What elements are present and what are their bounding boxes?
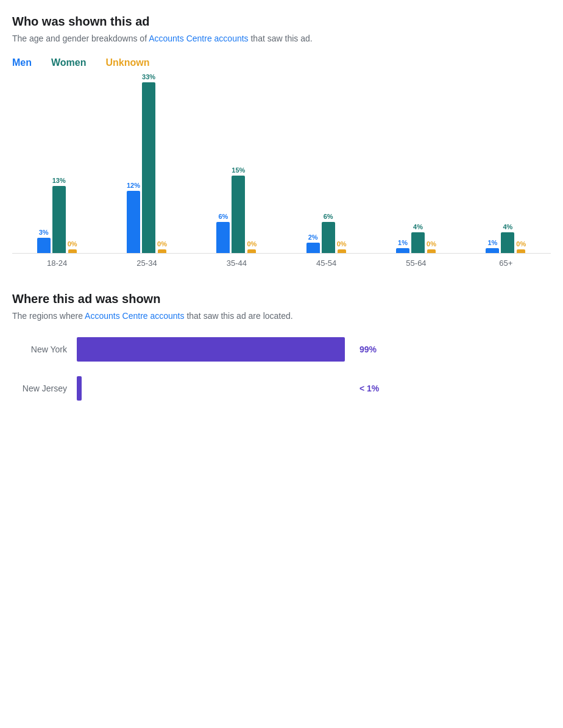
location-pct-label: < 1% xyxy=(359,384,379,393)
men-bar-wrapper: 12% xyxy=(127,182,140,253)
where-desc-after: that saw this ad are located. xyxy=(185,311,293,321)
desc-before: The age and gender breakdowns of xyxy=(12,34,149,43)
unknown-bar-label: 0% xyxy=(427,240,436,248)
age-label-35-44: 35-44 xyxy=(192,259,282,268)
men-bar-wrapper: 2% xyxy=(306,234,320,253)
where-section: Where this ad was shown The regions wher… xyxy=(12,292,551,401)
unknown-bar-label: 0% xyxy=(68,240,77,248)
legend-unknown[interactable]: Unknown xyxy=(105,57,149,68)
men-bar xyxy=(37,238,51,253)
men-bar-label: 1% xyxy=(487,239,497,246)
women-bar xyxy=(232,176,245,253)
women-bar-label: 6% xyxy=(324,213,333,220)
unknown-bar-label: 0% xyxy=(516,240,526,248)
age-label-25-34: 25-34 xyxy=(102,259,191,268)
unknown-bar xyxy=(68,249,77,253)
desc-after: that saw this ad. xyxy=(249,34,313,43)
unknown-bar-wrapper: 0% xyxy=(247,240,257,253)
unknown-bar xyxy=(247,249,256,253)
age-group-55-64: 1%4%0% xyxy=(371,83,461,253)
women-bar-wrapper: 13% xyxy=(52,177,66,253)
women-bar xyxy=(52,186,66,253)
location-row-0: New York99% xyxy=(12,337,551,362)
women-bar xyxy=(322,222,335,253)
unknown-bar-label: 0% xyxy=(247,240,257,248)
women-bar xyxy=(411,232,425,253)
men-bar-label: 3% xyxy=(39,229,49,236)
age-label-45-54: 45-54 xyxy=(282,259,371,268)
accounts-centre-link-2[interactable]: Accounts Centre accounts xyxy=(85,311,184,321)
accounts-centre-link-1[interactable]: Accounts Centre accounts xyxy=(149,34,248,43)
men-bar xyxy=(486,248,499,253)
women-bar-wrapper: 4% xyxy=(411,223,425,253)
men-bar-wrapper: 1% xyxy=(486,239,499,253)
who-section: Who was shown this ad The age and gender… xyxy=(12,15,551,268)
age-gender-chart: 3%13%0%12%33%0%6%15%0%2%6%0%1%4%0%1%4%0%… xyxy=(12,83,551,268)
unknown-bar-wrapper: 0% xyxy=(68,240,77,253)
unknown-bar-label: 0% xyxy=(157,240,167,248)
location-name: New Jersey xyxy=(12,384,67,393)
men-bar-label: 2% xyxy=(308,234,318,241)
age-group-65+: 1%4%0% xyxy=(461,83,551,253)
location-bar xyxy=(77,376,82,401)
bars-row: 3%13%0%12%33%0%6%15%0%2%6%0%1%4%0%1%4%0% xyxy=(12,83,551,254)
age-group-45-54: 2%6%0% xyxy=(282,83,371,253)
men-bar xyxy=(216,222,230,253)
age-labels-row: 18-2425-3435-4445-5455-6465+ xyxy=(12,254,551,268)
women-bar-wrapper: 33% xyxy=(142,73,155,253)
location-row-1: New Jersey< 1% xyxy=(12,376,551,401)
women-bar-label: 4% xyxy=(413,223,423,230)
unknown-bar-wrapper: 0% xyxy=(337,240,347,253)
unknown-bar xyxy=(517,249,525,253)
location-bar xyxy=(77,337,345,362)
age-group-25-34: 12%33%0% xyxy=(102,83,191,253)
age-group-35-44: 6%15%0% xyxy=(192,83,282,253)
men-bar-wrapper: 1% xyxy=(396,239,409,253)
men-bar-label: 1% xyxy=(398,239,408,246)
women-bar xyxy=(501,232,514,253)
women-bar-wrapper: 6% xyxy=(322,213,335,253)
women-bar-wrapper: 15% xyxy=(232,166,245,253)
unknown-bar xyxy=(427,249,436,253)
age-label-55-64: 55-64 xyxy=(371,259,461,268)
men-bar xyxy=(306,243,320,253)
where-description: The regions where Accounts Centre accoun… xyxy=(12,310,551,323)
where-title: Where this ad was shown xyxy=(12,292,551,306)
age-label-18-24: 18-24 xyxy=(12,259,102,268)
age-group-18-24: 3%13%0% xyxy=(12,83,102,253)
location-bar-container xyxy=(77,337,345,362)
location-name: New York xyxy=(12,344,67,354)
women-bar xyxy=(142,82,155,253)
location-pct-label: 99% xyxy=(359,344,377,354)
women-bar-label: 15% xyxy=(232,166,245,174)
men-bar-wrapper: 6% xyxy=(216,213,230,253)
men-bar xyxy=(396,248,409,253)
who-description: The age and gender breakdowns of Account… xyxy=(12,32,551,45)
men-bar-wrapper: 3% xyxy=(37,229,51,253)
women-bar-label: 4% xyxy=(503,223,512,230)
where-desc-before: The regions where xyxy=(12,311,85,321)
legend-men[interactable]: Men xyxy=(12,57,32,68)
unknown-bar-label: 0% xyxy=(337,240,347,248)
women-bar-label: 33% xyxy=(142,73,155,80)
men-bar-label: 6% xyxy=(218,213,228,220)
unknown-bar-wrapper: 0% xyxy=(427,240,436,253)
unknown-bar-wrapper: 0% xyxy=(516,240,526,253)
women-bar-label: 13% xyxy=(52,177,66,184)
age-label-65+: 65+ xyxy=(461,259,551,268)
men-bar-label: 12% xyxy=(127,182,140,189)
unknown-bar xyxy=(158,249,166,253)
unknown-bar xyxy=(338,249,346,253)
chart-legend: Men Women Unknown xyxy=(12,57,551,68)
location-bar-container xyxy=(77,376,345,401)
men-bar xyxy=(127,191,140,253)
location-bars: New York99%New Jersey< 1% xyxy=(12,337,551,401)
unknown-bar-wrapper: 0% xyxy=(157,240,167,253)
legend-women[interactable]: Women xyxy=(51,57,86,68)
women-bar-wrapper: 4% xyxy=(501,223,514,253)
who-title: Who was shown this ad xyxy=(12,15,551,29)
